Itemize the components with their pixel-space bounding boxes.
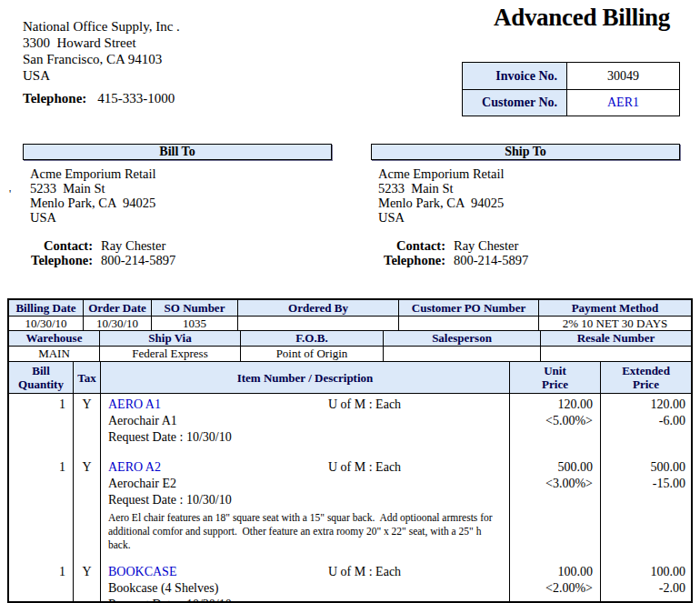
page-title: Advanced Billing	[494, 4, 670, 32]
line-item: 1 Y BOOKCASEU of M : Each Bookcase (4 Sh…	[9, 561, 691, 601]
bill-to-header: Bill To	[23, 144, 332, 160]
payment-method-value: 2% 10 NET 30 DAYS	[539, 317, 691, 330]
item-extended-price-cell: 100.00 -2.00	[601, 561, 691, 601]
order-table: Billing Date Order Date SO Number Ordere…	[7, 298, 693, 603]
fob-value: Point of Origin	[241, 347, 384, 361]
order-values-row-2: MAIN Federal Express Point of Origin	[9, 347, 691, 362]
item-unit-discount: <3.00%>	[510, 476, 593, 492]
item-code-link[interactable]: AERO A2	[108, 460, 161, 474]
item-unit-price-cell: 100.00 <2.00%>	[510, 561, 601, 601]
item-uom: U of M : Each	[328, 397, 401, 413]
item-tax: Y	[74, 457, 101, 561]
item-qty: 1	[9, 394, 74, 457]
item-unit-discount: <5.00%>	[510, 413, 593, 429]
items-header-row: Bill Quantity Tax Item Number / Descript…	[9, 362, 691, 394]
item-request-date: Request Date : 10/30/10	[108, 429, 509, 446]
bill-to-telephone-value: 800-214-5897	[101, 253, 175, 267]
header-fob: F.O.B.	[241, 331, 384, 346]
item-uom: U of M : Each	[328, 564, 401, 580]
bill-to-address-line: USA	[30, 210, 332, 225]
item-extended-price-cell: 120.00 -6.00	[601, 394, 691, 457]
salesperson-value	[384, 347, 541, 361]
item-request-date: Request Date : 10/30/10	[108, 597, 509, 601]
customer-no-label: Customer No.	[463, 90, 567, 116]
item-qty: 1	[9, 561, 74, 601]
company-address-line: USA	[23, 67, 180, 84]
ship-to-address-line: 5233 Main St	[378, 181, 680, 196]
item-name: Bookcase (4 Shelves)	[108, 580, 509, 597]
company-address-line: San Francisco, CA 94103	[23, 51, 180, 67]
company-name: National Office Supply, Inc .	[23, 18, 180, 35]
item-code-link[interactable]: AERO A1	[108, 397, 161, 411]
item-extended-price: 500.00	[601, 459, 685, 476]
bill-to-contact-value: Ray Chester	[101, 238, 165, 253]
bill-to-address-line: Menlo Park, CA 94025	[30, 196, 332, 210]
order-values-row-1: 10/30/10 10/30/10 1035 2% 10 NET 30 DAYS	[9, 317, 691, 331]
item-extended-price: 120.00	[601, 397, 685, 413]
item-description-cell: BOOKCASEU of M : Each Bookcase (4 Shelve…	[101, 561, 510, 601]
bill-to-telephone-label: Telephone:	[30, 253, 93, 267]
bill-to-name: Acme Emporium Retail	[30, 166, 332, 181]
item-tax: Y	[74, 394, 101, 457]
item-name: Aerochair E2	[108, 476, 509, 492]
item-unit-price: 120.00	[510, 397, 593, 413]
ship-to-telephone-label: Telephone:	[378, 253, 445, 267]
company-telephone-value: 415-333-1000	[97, 91, 175, 106]
invoice-no-label: Invoice No.	[463, 63, 567, 89]
item-request-date: Request Date : 10/30/10	[108, 492, 509, 508]
item-tax: Y	[74, 561, 101, 601]
ship-via-value: Federal Express	[100, 347, 241, 361]
header-so-number: SO Number	[152, 300, 238, 316]
item-code-link[interactable]: BOOKCASE	[108, 565, 176, 578]
ship-to-telephone-value: 800-214-5897	[454, 253, 528, 267]
invoice-document: National Office Supply, Inc . 3300 Howar…	[0, 0, 700, 603]
customer-no-link[interactable]: AER1	[567, 90, 679, 116]
item-description-cell: AERO A2U of M : Each Aerochair E2 Reques…	[101, 457, 510, 561]
header-warehouse: Warehouse	[9, 331, 100, 346]
item-unit-price-cell: 500.00 <3.00%>	[510, 457, 601, 561]
header-salesperson: Salesperson	[384, 331, 541, 346]
item-unit-price: 500.00	[510, 459, 593, 476]
header-ship-via: Ship Via	[100, 331, 241, 346]
ship-to-name: Acme Emporium Retail	[378, 166, 680, 181]
order-header-row-2: Warehouse Ship Via F.O.B. Salesperson Re…	[9, 331, 691, 347]
header-item-description: Item Number / Description	[101, 362, 510, 393]
item-unit-price-cell: 120.00 <5.00%>	[510, 394, 601, 457]
item-extended-discount: -2.00	[601, 580, 685, 597]
stray-mark: '	[9, 187, 11, 201]
company-telephone-label: Telephone:	[23, 91, 86, 106]
invoice-number-box: Invoice No. 30049 Customer No. AER1	[462, 62, 680, 116]
item-extended-discount: -15.00	[601, 476, 685, 492]
item-extended-discount: -6.00	[601, 413, 685, 429]
header-ordered-by: Ordered By	[238, 300, 399, 316]
header-resale-number: Resale Number	[541, 331, 691, 346]
header-billing-date: Billing Date	[9, 300, 84, 316]
header-extended-price: Extended Price	[601, 362, 691, 393]
ship-to-contact-label: Contact:	[378, 238, 445, 253]
customer-po-number-value	[399, 317, 539, 330]
header-bill-quantity: Bill Quantity	[9, 362, 74, 393]
order-date-value: 10/30/10	[84, 317, 152, 330]
bill-to-section: Bill To Acme Emporium Retail 5233 Main S…	[23, 144, 332, 267]
ship-to-address-line: USA	[378, 210, 680, 225]
item-extended-price: 100.00	[601, 564, 685, 580]
ship-to-contact-value: Ray Chester	[454, 238, 518, 253]
item-extended-price-cell: 500.00 -15.00	[601, 457, 691, 561]
bill-to-address-line: 5233 Main St	[30, 181, 332, 196]
line-item: 1 Y AERO A1U of M : Each Aerochair A1 Re…	[9, 394, 691, 457]
item-uom: U of M : Each	[328, 459, 401, 476]
ship-to-address-line: Menlo Park, CA 94025	[378, 196, 680, 210]
item-long-description: Aero El chair features an 18" square sea…	[108, 511, 509, 552]
ship-to-section: Ship To Acme Emporium Retail 5233 Main S…	[371, 144, 680, 267]
header-tax: Tax	[74, 362, 101, 393]
header-customer-po-number: Customer PO Number	[399, 300, 539, 316]
customer-no-row: Customer No. AER1	[463, 89, 679, 116]
so-number-value: 1035	[152, 317, 238, 330]
company-block: National Office Supply, Inc . 3300 Howar…	[23, 18, 180, 106]
items-body: 1 Y AERO A1U of M : Each Aerochair A1 Re…	[9, 394, 691, 601]
item-name: Aerochair A1	[108, 413, 509, 429]
bill-to-contact-label: Contact:	[30, 238, 93, 253]
billing-date-value: 10/30/10	[9, 317, 84, 330]
header-unit-price: Unit Price	[510, 362, 601, 393]
invoice-no-value: 30049	[567, 63, 679, 89]
